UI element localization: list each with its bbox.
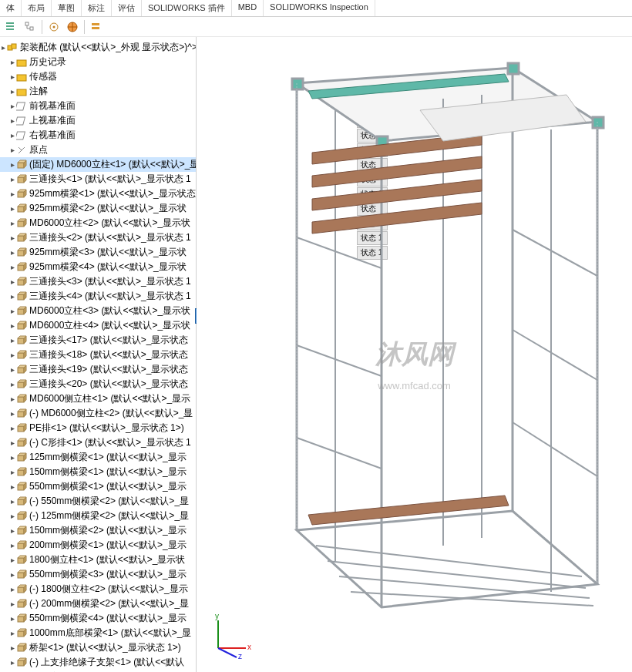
tree-item[interactable]: ▸MD6000立柱<3> (默认<<默认>_显示状 — [0, 304, 196, 318]
tree-item[interactable]: ▸架装配体 (默认<<默认>_外观 显示状态>)^>) — [0, 40, 196, 55]
expand-icon[interactable]: ▸ — [11, 658, 15, 667]
tree-item[interactable]: ▸上视基准面 — [0, 113, 196, 128]
expand-icon[interactable]: ▸ — [11, 336, 15, 344]
tab-evaluate[interactable]: 评估 — [112, 0, 142, 16]
tree-item[interactable]: ▸(-) 1800侧立柱<2> (默认<<默认>_显示 — [0, 582, 196, 596]
expand-icon[interactable]: ▸ — [11, 219, 15, 227]
tree-item[interactable]: ▸三通接头<1> (默认<<默认>_显示状态 1 — [0, 172, 196, 186]
expand-icon[interactable]: ▸ — [11, 512, 15, 520]
tab-inspection[interactable]: SOLIDWORKS Inspection — [264, 0, 375, 16]
expand-icon[interactable]: ▸ — [2, 43, 5, 52]
tab-layout[interactable]: 布局 — [22, 0, 52, 16]
expand-icon[interactable]: ▸ — [11, 72, 15, 81]
tree-item[interactable]: ▸(-) C形排<1> (默认<<默认>_显示状态 1 — [0, 435, 196, 450]
tree-item[interactable]: ▸三通接头<2> (默认<<默认>_显示状态 1 — [0, 230, 196, 245]
expand-icon[interactable]: ▸ — [11, 497, 15, 506]
tab-feature[interactable]: 体 — [0, 0, 22, 16]
expand-icon[interactable]: ▸ — [11, 102, 15, 110]
expand-icon[interactable]: ▸ — [11, 175, 15, 183]
stack-icon[interactable] — [89, 20, 103, 34]
tree-item[interactable]: ▸(-) 上支排绝缘子支架<1> (默认<<默认 — [0, 655, 196, 670]
expand-icon[interactable]: ▸ — [11, 424, 15, 432]
expand-icon[interactable]: ▸ — [11, 600, 15, 608]
expand-icon[interactable]: ▸ — [11, 541, 15, 549]
expand-icon[interactable]: ▸ — [11, 629, 15, 637]
tree-item[interactable]: ▸925mm横梁<3> (默认<<默认>_显示状 — [0, 245, 196, 260]
expand-icon[interactable]: ▸ — [11, 146, 15, 154]
tree-item[interactable]: ▸925mm横梁<1> (默认<<默认>_显示状态 — [0, 186, 196, 201]
tree-item[interactable]: ▸右视基准面 — [0, 128, 196, 143]
tree-item[interactable]: ▸1000mm底部横梁<1> (默认<<默认>_显 — [0, 626, 196, 640]
expand-icon[interactable]: ▸ — [11, 277, 15, 286]
expand-icon[interactable]: ▸ — [11, 351, 15, 359]
expand-icon[interactable]: ▸ — [11, 585, 15, 593]
tree-item[interactable]: ▸传感器 — [0, 69, 196, 84]
collapse-icon[interactable] — [23, 20, 37, 34]
expand-icon[interactable]: ▸ — [11, 248, 15, 257]
tree-item[interactable]: ▸三通接头<18> (默认<<默认>_显示状态 — [0, 348, 196, 362]
expand-icon[interactable]: ▸ — [11, 643, 15, 652]
expand-icon[interactable]: ▸ — [11, 556, 15, 564]
tree-item[interactable]: ▸925mm横梁<4> (默认<<默认>_显示状 — [0, 260, 196, 274]
tab-markup[interactable]: 标注 — [82, 0, 112, 16]
expand-icon[interactable]: ▸ — [11, 131, 15, 139]
treeview-icon[interactable] — [5, 20, 18, 34]
tree-item[interactable]: ▸三通接头<20> (默认<<默认>_显示状态 — [0, 377, 196, 391]
tree-item[interactable]: ▸150mm侧横梁<2> (默认<<默认>_显示 — [0, 523, 196, 538]
tree-item[interactable]: ▸原点 — [0, 143, 196, 157]
tab-mbd[interactable]: MBD — [232, 0, 264, 16]
tab-sketch[interactable]: 草图 — [52, 0, 82, 16]
tree-item[interactable]: ▸125mm侧横梁<1> (默认<<默认>_显示 — [0, 450, 196, 465]
tree-item[interactable]: ▸历史记录 — [0, 55, 196, 69]
model-viewport[interactable]: 显示状状态 1状态状态状态状态 1状态状态状态 1状态 1 — [197, 37, 632, 672]
tree-item[interactable]: ▸1800侧立柱<1> (默认<<默认>_显示状 — [0, 553, 196, 567]
expand-icon[interactable]: ▸ — [11, 234, 15, 242]
tree-item[interactable]: ▸MD6000立柱<2> (默认<<默认>_显示状 — [0, 216, 196, 230]
tree-item[interactable]: ▸925mm横梁<2> (默认<<默认>_显示状 — [0, 201, 196, 216]
tree-item[interactable]: ▸三通接头<17> (默认<<默认>_显示状态 — [0, 333, 196, 348]
tree-item[interactable]: ▸三通接头<19> (默认<<默认>_显示状态 — [0, 362, 196, 377]
tab-addin[interactable]: SOLIDWORKS 插件 — [142, 0, 232, 16]
expand-icon[interactable]: ▸ — [11, 438, 15, 447]
tree-item[interactable]: ▸200mm侧横梁<1> (默认<<默认>_显示 — [0, 538, 196, 553]
tree-item[interactable]: ▸注解 — [0, 84, 196, 99]
tree-item[interactable]: ▸桥架<1> (默认<<默认>_显示状态 1>) — [0, 640, 196, 655]
expand-icon[interactable]: ▸ — [11, 468, 15, 476]
tree-item[interactable]: ▸(固定) MD6000立柱<1> (默认<<默认>_显示 — [0, 157, 196, 172]
expand-icon[interactable]: ▸ — [11, 204, 15, 213]
expand-icon[interactable]: ▸ — [11, 58, 15, 66]
expand-icon[interactable]: ▸ — [11, 190, 15, 198]
expand-icon[interactable]: ▸ — [11, 263, 15, 271]
feature-tree-panel[interactable]: ▸架装配体 (默认<<默认>_外观 显示状态>)^>)▸历史记录▸传感器▸注解▸… — [0, 37, 197, 672]
expand-icon[interactable]: ▸ — [11, 526, 15, 535]
tree-item[interactable]: ▸前视基准面 — [0, 99, 196, 113]
tree-item[interactable]: ▸MD6000立柱<4> (默认<<默认>_显示状 — [0, 318, 196, 333]
expand-icon[interactable]: ▸ — [11, 116, 15, 125]
expand-icon[interactable]: ▸ — [11, 321, 15, 330]
expand-icon[interactable]: ▸ — [11, 307, 15, 315]
expand-icon[interactable]: ▸ — [11, 409, 15, 418]
tree-item[interactable]: ▸(-) 125mm侧横梁<2> (默认<<默认>_显 — [0, 509, 196, 523]
tree-item[interactable]: ▸PE排<1> (默认<<默认>_显示状态 1>) — [0, 421, 196, 435]
tree-item[interactable]: ▸550mm侧横梁<1> (默认<<默认>_显示 — [0, 479, 196, 494]
tree-item[interactable]: ▸(-) 550mm侧横梁<2> (默认<<默认>_显 — [0, 494, 196, 509]
expand-icon[interactable]: ▸ — [11, 395, 15, 403]
tree-item[interactable]: ▸550mm侧横梁<3> (默认<<默认>_显示 — [0, 567, 196, 582]
tree-item[interactable]: ▸(-) MD6000侧立柱<2> (默认<<默认>_显 — [0, 406, 196, 421]
view-axis-triad[interactable]: y x z — [206, 611, 255, 663]
expand-icon[interactable]: ▸ — [11, 453, 15, 462]
tree-item[interactable]: ▸550mm侧横梁<4> (默认<<默认>_显示 — [0, 611, 196, 626]
expand-icon[interactable]: ▸ — [11, 160, 15, 169]
target-icon[interactable] — [47, 20, 61, 34]
expand-icon[interactable]: ▸ — [11, 87, 15, 96]
expand-icon[interactable]: ▸ — [11, 380, 15, 388]
expand-icon[interactable]: ▸ — [11, 365, 15, 374]
expand-icon[interactable]: ▸ — [11, 292, 15, 301]
expand-icon[interactable]: ▸ — [11, 570, 15, 579]
expand-icon[interactable]: ▸ — [11, 614, 15, 623]
tree-item[interactable]: ▸MD6000侧立柱<1> (默认<<默认>_显示 — [0, 391, 196, 406]
tree-item[interactable]: ▸(-) 200mm侧横梁<2> (默认<<默认>_显 — [0, 596, 196, 611]
globe-icon[interactable] — [66, 20, 79, 34]
tree-item[interactable]: ▸三通接头<3> (默认<<默认>_显示状态 1 — [0, 274, 196, 289]
tree-item[interactable]: ▸三通接头<4> (默认<<默认>_显示状态 1 — [0, 289, 196, 304]
